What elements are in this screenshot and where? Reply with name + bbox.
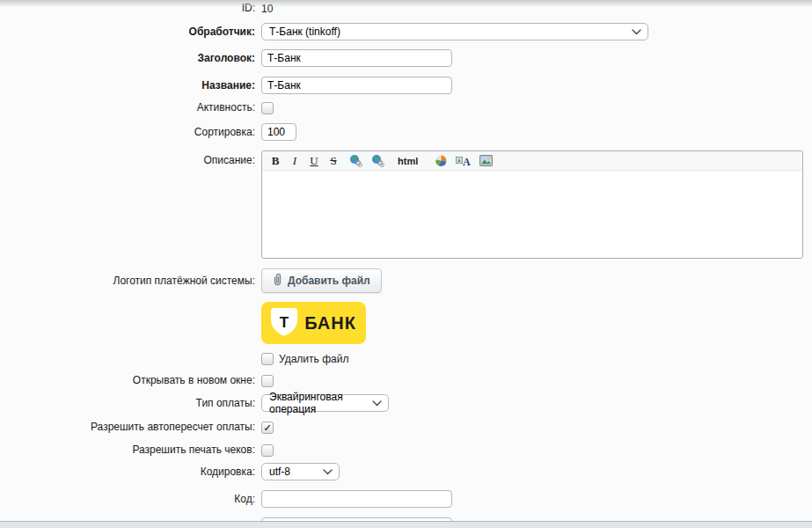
payment-type-label: Тип оплаты:	[0, 397, 261, 410]
description-editor-content[interactable]	[262, 171, 802, 258]
row-delete-file: Удалить файл	[0, 353, 812, 365]
delete-file-label: Удалить файл	[279, 353, 348, 365]
logo-label: Логотип платёжной системы:	[0, 275, 261, 288]
activity-label: Активность:	[0, 101, 261, 114]
row-code: Код:	[0, 490, 812, 508]
strikethrough-button[interactable]: S	[324, 153, 343, 169]
description-label: Описание:	[0, 150, 261, 167]
id-label: ID:	[0, 2, 261, 15]
row-id: ID: 10	[0, 2, 812, 15]
encoding-label: Кодировка:	[0, 466, 261, 479]
print-checks-checkbox[interactable]	[261, 444, 274, 457]
sort-label: Сортировка:	[0, 126, 261, 139]
description-editor: B I U S	[261, 150, 803, 259]
insert-link-icon[interactable]	[346, 153, 365, 169]
title-input[interactable]	[261, 49, 452, 67]
chevron-down-icon	[632, 29, 641, 35]
row-new-window: Открывать в новом окне:	[0, 374, 812, 387]
id-value: 10	[261, 3, 273, 15]
row-autorecalc: Разрешить автопересчет оплаты: ✓	[0, 421, 812, 434]
svg-text:A: A	[463, 156, 471, 167]
row-name: Название:	[0, 77, 812, 94]
row-payment-type: Тип оплаты: Эквайринговая операция	[0, 394, 812, 412]
svg-text:Т: Т	[280, 314, 289, 331]
bold-button[interactable]: B	[266, 153, 285, 169]
delete-file-checkbox[interactable]	[261, 353, 274, 365]
row-print-checks: Разрешить печать чеков:	[0, 444, 812, 457]
row-sort: Сортировка:	[0, 123, 812, 141]
insert-image-icon[interactable]	[476, 153, 495, 169]
new-window-label: Открывать в новом окне:	[0, 374, 261, 387]
row-activity: Активность:	[0, 101, 812, 114]
print-checks-label: Разрешить печать чеков:	[0, 444, 261, 457]
row-handler: Обработчик: Т-Банк (tinkoff)	[0, 23, 812, 40]
name-label: Название:	[0, 79, 261, 92]
autorecalc-checkbox[interactable]: ✓	[261, 422, 274, 434]
row-description: Описание: B I U S	[0, 150, 812, 259]
row-logo-preview: Т БАНК	[0, 302, 812, 344]
form-bottom-divider	[0, 521, 812, 528]
add-file-button-label: Добавить файл	[288, 275, 370, 287]
new-window-checkbox[interactable]	[261, 375, 274, 387]
code-input[interactable]	[261, 490, 452, 508]
autorecalc-label: Разрешить автопересчет оплаты:	[0, 421, 261, 434]
handler-label: Обработчик:	[0, 26, 261, 39]
payment-type-select[interactable]: Эквайринговая операция	[261, 394, 389, 412]
activity-checkbox[interactable]	[261, 102, 274, 114]
payment-system-form: ID: 10 Обработчик: Т-Банк (tinkoff) Заго…	[0, 0, 812, 528]
font-style-icon[interactable]: A	[453, 153, 473, 169]
tbank-logo-text: БАНК	[304, 313, 356, 334]
underline-button[interactable]: U	[304, 153, 324, 169]
row-logo: Логотип платёжной системы: Добавить файл	[0, 268, 812, 293]
add-file-button[interactable]: Добавить файл	[261, 268, 382, 293]
tbank-logo-image: Т БАНК	[261, 302, 366, 344]
title-label: Заголовок:	[0, 52, 261, 65]
sort-input[interactable]	[261, 123, 296, 141]
code-label: Код:	[0, 493, 261, 506]
payment-type-select-value: Эквайринговая операция	[269, 391, 365, 415]
editor-toolbar: B I U S	[262, 151, 802, 171]
row-encoding: Кодировка: utf-8	[0, 463, 812, 480]
encoding-select[interactable]: utf-8	[261, 463, 340, 480]
remove-link-icon[interactable]	[368, 153, 387, 169]
handler-select[interactable]: Т-Банк (tinkoff)	[261, 23, 648, 40]
paperclip-icon	[273, 273, 282, 289]
handler-select-value: Т-Банк (tinkoff)	[269, 26, 340, 38]
row-title: Заголовок:	[0, 49, 812, 67]
encoding-select-value: utf-8	[269, 466, 290, 478]
name-input[interactable]	[261, 77, 452, 94]
italic-button[interactable]: I	[285, 153, 304, 169]
chevron-down-icon	[372, 400, 382, 407]
components-icon[interactable]	[431, 153, 450, 169]
chevron-down-icon	[323, 469, 333, 475]
tbank-shield-icon: Т	[271, 308, 297, 338]
html-mode-button[interactable]: html	[395, 153, 421, 169]
